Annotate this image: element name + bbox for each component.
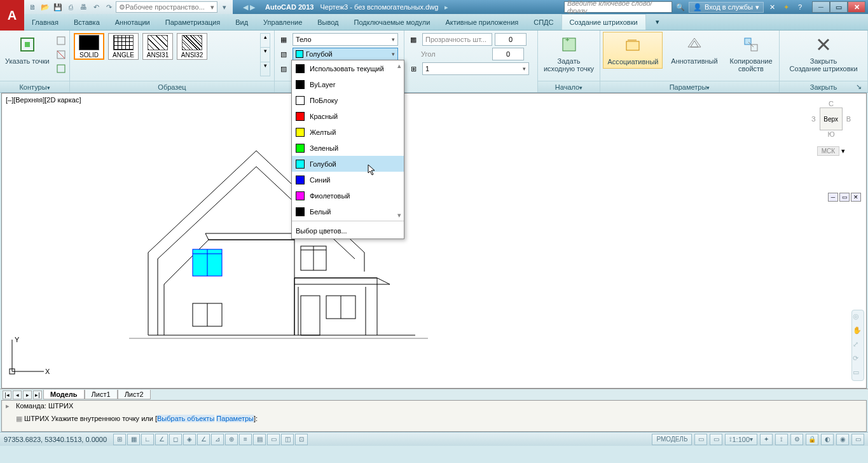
ducs-toggle[interactable]: ⊿ [211,434,224,445]
qp-toggle[interactable]: ▭ [267,434,280,445]
command-line[interactable]: ▸ Команда: ШТРИХ ▦ ШТРИХ Укажите внутрен… [1,400,867,432]
workspace-switch-icon[interactable]: ⚙ [790,434,803,445]
isolate-objects-icon[interactable]: ◉ [836,434,849,445]
angle-value[interactable]: 0 [492,48,524,60]
hatch-type-combo[interactable]: Тело▾ [293,33,398,46]
more-colors-option[interactable]: Выбор цветов... [292,223,404,238]
tab-Активные приложения[interactable]: Активные приложения [437,14,526,30]
tab-Главная[interactable]: Главная [24,14,66,30]
showmotion-icon[interactable]: ▭ [853,368,863,378]
scale-value[interactable]: 1▾ [422,62,529,75]
ortho-toggle[interactable]: ∟ [141,434,154,445]
color-option-2[interactable]: ПоБлоку [292,92,404,108]
cmd-option-select[interactable]: Выбрать объекты [157,415,214,422]
hardware-accel-icon[interactable]: ◐ [821,434,834,445]
pick-points-button[interactable]: Указать точки [1,32,53,67]
tab-Вставка[interactable]: Вставка [66,14,107,30]
layout-tab-Лист2[interactable]: Лист2 [118,390,151,399]
quickview-drawings-icon[interactable]: ▭ [710,434,722,445]
sc-toggle[interactable]: ◫ [281,434,294,445]
viewport-label[interactable]: [–][Верхняя][2D каркас] [6,96,81,104]
vp-maximize-icon[interactable]: ▭ [839,193,850,202]
undo-icon[interactable]: ↶ [90,1,102,13]
color-option-7[interactable]: Синий [292,172,404,188]
tab-Управление[interactable]: Управление [256,14,310,30]
search-icon[interactable]: 🔍 [675,1,686,13]
tab-last-icon[interactable]: ▸| [33,390,42,399]
transparency-value[interactable]: 0 [495,33,527,46]
tab-extra[interactable]: ▾ [646,14,669,30]
transparency-combo[interactable]: Прозрачность шт... [422,33,492,46]
model-space-button[interactable]: РМОДЕЛЬ [652,434,692,445]
lwt-toggle[interactable]: ≡ [239,434,252,445]
tab-Создание штриховки[interactable]: Создание штриховки [561,14,646,30]
close-button[interactable]: ✕ [848,1,865,13]
help-icon[interactable]: ? [794,1,806,13]
annotative-button[interactable]: Аннотативный [667,32,721,67]
save-icon[interactable]: 💾 [52,1,64,13]
open-icon[interactable]: 📂 [39,1,51,13]
color-option-0[interactable]: Использовать текущий [292,60,404,76]
color-option-1[interactable]: ByLayer [292,76,404,92]
exchange-icon[interactable]: ✕ [766,1,778,13]
anno-scale[interactable]: ⟟ 1:100 ▾ [725,434,757,445]
color-option-3[interactable]: Красный [292,108,404,124]
otrack-toggle[interactable]: ∠ [197,434,210,445]
tab-Вывод[interactable]: Вывод [310,14,346,30]
tab-Параметризация[interactable]: Параметризация [158,14,228,30]
color-option-8[interactable]: Фиолетовый [292,188,404,204]
close-hatch-button[interactable]: Закрыть Создание штриховки [785,32,861,75]
qat-more-icon[interactable]: ▾ [219,1,230,13]
vp-minimize-icon[interactable]: ─ [828,193,838,202]
tab-prev-icon[interactable]: ◂ [13,390,22,399]
color-option-5[interactable]: Зеленый [292,140,404,156]
coordinates[interactable]: 97353.6823, 53340.1513, 0.0000 [4,436,112,443]
match-props-button[interactable]: Копирование свойств [726,32,776,75]
dyn-toggle[interactable]: ⊕ [225,434,238,445]
orbit-icon[interactable]: ⟳ [853,354,863,364]
quickview-layouts-icon[interactable]: ▭ [694,434,707,445]
associative-button[interactable]: Ассоциативный [603,32,663,69]
hatch-pattern-ANGLE[interactable]: ANGLE [108,33,139,60]
maximize-button[interactable]: ▭ [830,1,848,13]
hatch-pattern-SOLID[interactable]: SOLID [74,33,104,60]
cmd-option-params[interactable]: Параметры [216,415,254,422]
pattern-scroll[interactable]: ▴▾▾ [260,33,270,76]
3dosnap-toggle[interactable]: ◈ [183,434,196,445]
signin-button[interactable]: 👤 Вход в службы ▾ [689,2,764,13]
grid-toggle[interactable]: ▦ [127,434,140,445]
vp-close-icon[interactable]: ✕ [851,193,861,202]
color-option-6[interactable]: Голубой [292,156,404,172]
color-option-9[interactable]: Белый [292,204,404,219]
snap-toggle[interactable]: ⊞ [113,434,126,445]
stay-connected-icon[interactable]: ✦ [780,1,792,13]
plot-icon[interactable]: 🖶 [78,1,89,13]
am-toggle[interactable]: ⊡ [295,434,308,445]
polar-toggle[interactable]: ∠ [155,434,168,445]
search-input[interactable]: Введите ключевое слово/фразу [564,1,672,13]
tab-Вид[interactable]: Вид [228,14,256,30]
anno-autoscale-icon[interactable]: ⟟ [775,434,788,445]
set-origin-button[interactable]: + Задать исходную точку [540,32,598,75]
remove-boundary-icon[interactable] [55,48,67,61]
redo-icon[interactable]: ↷ [103,1,114,13]
recreate-boundary-icon[interactable] [55,62,67,75]
tab-СПДС[interactable]: СПДС [526,14,561,30]
anno-visibility-icon[interactable]: ✦ [760,434,773,445]
steering-wheel-icon[interactable]: ◎ [853,312,863,322]
select-objects-icon[interactable] [55,34,67,47]
tab-first-icon[interactable]: |◂ [3,390,11,399]
osnap-toggle[interactable]: ◻ [169,434,182,445]
tab-next-icon[interactable]: ▸ [23,390,32,399]
tab-Аннотации[interactable]: Аннотации [107,14,158,30]
pan-icon[interactable]: ✋ [853,326,863,336]
app-menu-button[interactable]: A [0,0,24,31]
saveas-icon[interactable]: ⎙ [65,1,76,13]
toolbar-lock-icon[interactable]: 🔒 [806,434,818,445]
hatch-pattern-ANSI32[interactable]: ANSI32 [177,33,207,60]
drawing-canvas[interactable]: [–][Верхняя][2D каркас] ─ ▭ ✕ [1,93,867,389]
layout-tab-Лист1[interactable]: Лист1 [85,390,118,399]
color-option-4[interactable]: Желтый [292,124,404,140]
workspace-selector[interactable]: ⚙ Рабочее пространство...▾ [116,1,217,13]
tab-Подключаемые модули[interactable]: Подключаемые модули [347,14,438,30]
